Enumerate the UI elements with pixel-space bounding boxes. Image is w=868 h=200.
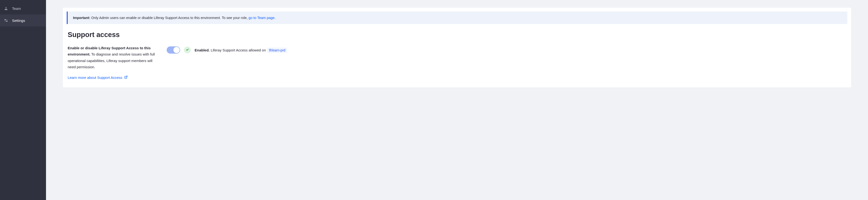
svg-point-1	[5, 19, 6, 21]
svg-point-3	[6, 21, 8, 22]
status-text: Enabled. Liferay Support Access allowed …	[195, 48, 287, 52]
svg-rect-2	[6, 19, 8, 20]
alert-suffix: .	[275, 16, 276, 20]
support-access-card: Important: Only Admin users can enable o…	[63, 8, 851, 87]
info-alert: Important: Only Admin users can enable o…	[67, 11, 847, 24]
team-page-link[interactable]: go to Team page	[249, 16, 275, 20]
sidebar-item-team[interactable]: Team	[0, 2, 46, 14]
sidebar-item-label: Settings	[12, 18, 25, 23]
sidebar-item-settings[interactable]: Settings	[0, 14, 46, 27]
support-access-toggle[interactable]	[167, 46, 180, 53]
env-chip: lfrlearn-prd	[267, 48, 287, 53]
learn-more-link[interactable]: Learn more about Support Access	[68, 75, 128, 81]
sliders-icon	[3, 18, 9, 23]
sidebar-item-label: Team	[12, 6, 21, 10]
user-icon	[3, 6, 9, 11]
alert-body: Only Admin users can enable or disable L…	[90, 16, 249, 20]
check-icon	[186, 48, 189, 52]
alert-prefix: Important:	[73, 16, 90, 20]
section-title: Support access	[68, 31, 846, 39]
main-content: Important: Only Admin users can enable o…	[46, 0, 868, 200]
external-link-icon	[124, 75, 128, 81]
section-description: Enable or disable Liferay Support Access…	[68, 45, 158, 81]
status-enabled-label: Enabled.	[195, 48, 210, 52]
status-badge	[184, 47, 191, 53]
svg-rect-4	[5, 21, 6, 22]
learn-more-label: Learn more about Support Access	[68, 75, 122, 81]
sidebar: Team Settings	[0, 0, 46, 200]
controls: Enabled. Liferay Support Access allowed …	[167, 45, 287, 53]
status-body: Liferay Support Access allowed on	[210, 48, 267, 52]
svg-point-0	[5, 7, 7, 8]
svg-line-5	[126, 76, 127, 77]
toggle-knob	[174, 47, 180, 53]
